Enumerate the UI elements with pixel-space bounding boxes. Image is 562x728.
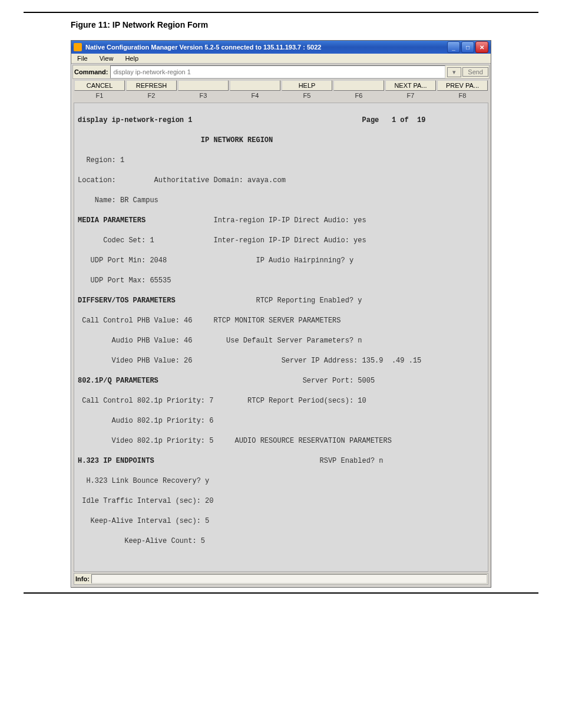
window-title: Native Configuration Manager Version 5.2… (85, 44, 321, 51)
rsvp: RSVP Enabled? n (319, 457, 383, 465)
keepalive-cnt: Keep-Alive Count: 5 (78, 536, 484, 546)
fkey-f7: F7 (385, 92, 437, 99)
page-indicator: Page 1 of 19 (362, 116, 425, 124)
intra-audio: Intra-region IP-IP Direct Audio: yes (213, 216, 366, 225)
close-button[interactable]: ✕ (475, 41, 488, 53)
arr-hdr: AUDIO RESOURCE RESERVATION PARAMETERS (234, 437, 391, 445)
h323-hdr: H.323 IP ENDPOINTS (78, 457, 154, 465)
hairpinning: IP Audio Hairpinning? y (256, 256, 353, 265)
idle-interval: Idle Traffic Interval (sec): 20 (78, 496, 484, 506)
terminal-area: display ip-network-region 1 Page 1 of 19… (74, 103, 488, 572)
cc-8021p: Call Control 802.1p Priority: 7 (78, 397, 213, 405)
maximize-button[interactable]: □ (461, 41, 474, 53)
rtcp-enabled: RTCP Reporting Enabled? y (256, 297, 362, 305)
keepalive-int: Keep-Alive Interval (sec): 5 (78, 516, 484, 526)
command-label: Command: (73, 67, 109, 77)
menu-bar: File View Help (71, 54, 491, 64)
f3-button[interactable] (178, 80, 229, 91)
link-bounce: H.323 Link Bounce Recovery? y (78, 476, 484, 486)
fkey-f5: F5 (281, 92, 333, 99)
command-dropdown[interactable]: ▾ (447, 67, 461, 77)
fkey-row: F1 F2 F3 F4 F5 F6 F7 F8 (74, 92, 488, 99)
cmd-echoed: display ip-network-region 1 (78, 116, 192, 124)
help-button[interactable]: HELP (282, 80, 332, 91)
figure-caption: Figure 11: IP Network Region Form (24, 17, 538, 40)
top-rule (24, 12, 538, 13)
next-page-button[interactable]: NEXT PA... (385, 80, 436, 91)
info-label: Info: (74, 575, 91, 583)
fkey-f1: F1 (74, 92, 125, 99)
action-button-row: CANCEL REFRESH HELP NEXT PA... PREV PA..… (74, 80, 488, 91)
f4-button[interactable] (230, 80, 280, 91)
region-line: Region: 1 (78, 156, 484, 166)
8021pq-hdr: 802.1P/Q PARAMETERS (78, 377, 158, 385)
refresh-button[interactable]: REFRESH (126, 80, 177, 91)
fkey-f6: F6 (333, 92, 385, 99)
fkey-f8: F8 (437, 92, 488, 99)
app-window: Native Configuration Manager Version 5.2… (71, 40, 491, 588)
fkey-f4: F4 (229, 92, 281, 99)
command-input[interactable] (110, 65, 445, 78)
info-row: Info: (74, 573, 488, 585)
menu-help[interactable]: Help (119, 54, 144, 63)
codec-set: Codec Set: 1 (78, 236, 154, 245)
srv-ip: Server IP Address: 135.9 .49 .15 (282, 357, 422, 365)
menu-file[interactable]: File (71, 54, 94, 63)
bottom-rule (24, 592, 538, 594)
f6-button[interactable] (333, 80, 384, 91)
media-params-hdr: MEDIA PARAMETERS (78, 216, 146, 225)
command-row: Command: ▾ Send (72, 65, 490, 79)
rtcp-period: RTCP Report Period(secs): 10 (247, 397, 366, 405)
info-field (91, 574, 487, 584)
title-bar: Native Configuration Manager Version 5.2… (71, 41, 491, 54)
app-icon (74, 43, 82, 51)
name-line: Name: BR Campus (78, 196, 484, 206)
cancel-button[interactable]: CANCEL (74, 80, 125, 91)
fkey-f2: F2 (125, 92, 177, 99)
inter-audio: Inter-region IP-IP Direct Audio: yes (213, 236, 366, 245)
video-phb: Video PHB Value: 26 (78, 357, 192, 365)
audio-phb: Audio PHB Value: 46 (78, 337, 192, 345)
prev-page-button[interactable]: PREV PA... (437, 80, 488, 91)
location-line: Location: Authoritative Domain: avaya.co… (78, 176, 484, 186)
rtcp-mon-hdr: RTCP MONITOR SERVER PARAMETERS (213, 317, 340, 325)
srv-port: Server Port: 5005 (303, 377, 375, 385)
udp-min: UDP Port Min: 2048 (78, 256, 167, 265)
menu-view[interactable]: View (94, 54, 120, 63)
fkey-f3: F3 (177, 92, 229, 99)
def-server: Use Default Server Parameters? n (226, 337, 362, 345)
form-title: IP NETWORK REGION (78, 136, 273, 144)
video-8021p: Video 802.1p Priority: 5 (78, 437, 213, 445)
diffserv-hdr: DIFFSERV/TOS PARAMETERS (78, 297, 176, 305)
cc-phb: Call Control PHB Value: 46 (78, 317, 192, 325)
send-button[interactable]: Send (462, 67, 488, 77)
audio-8021p: Audio 802.1p Priority: 6 (78, 416, 484, 426)
minimize-button[interactable]: _ (447, 41, 460, 53)
udp-max: UDP Port Max: 65535 (78, 276, 484, 286)
